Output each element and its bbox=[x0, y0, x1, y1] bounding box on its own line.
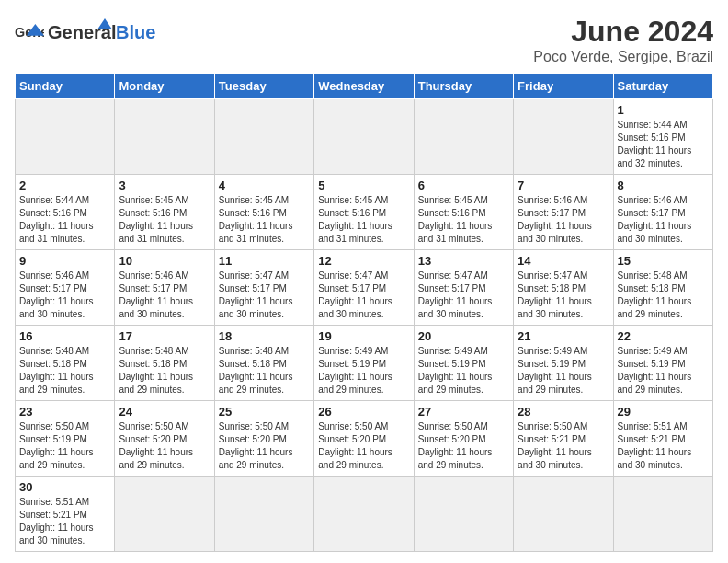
day-number: 30 bbox=[19, 480, 110, 494]
weekday-header-thursday: Thursday bbox=[414, 74, 513, 99]
calendar-week-row: 23Sunrise: 5:50 AMSunset: 5:19 PMDayligh… bbox=[16, 401, 713, 477]
calendar-cell: 12Sunrise: 5:47 AMSunset: 5:17 PMDayligh… bbox=[314, 250, 414, 326]
weekday-header-sunday: Sunday bbox=[16, 74, 115, 99]
month-title: June 2024 bbox=[533, 15, 713, 49]
day-info: Sunrise: 5:51 AMSunset: 5:21 PMDaylight:… bbox=[19, 496, 110, 547]
logo-icon: General bbox=[15, 22, 44, 48]
day-info: Sunrise: 5:50 AMSunset: 5:20 PMDaylight:… bbox=[219, 420, 310, 472]
calendar-cell: 29Sunrise: 5:51 AMSunset: 5:21 PMDayligh… bbox=[613, 401, 712, 477]
day-info: Sunrise: 5:46 AMSunset: 5:17 PMDaylight:… bbox=[618, 194, 709, 246]
calendar-table: SundayMondayTuesdayWednesdayThursdayFrid… bbox=[15, 73, 713, 552]
calendar-cell: 27Sunrise: 5:50 AMSunset: 5:20 PMDayligh… bbox=[414, 401, 513, 477]
logo: General General Blue bbox=[15, 15, 158, 55]
day-info: Sunrise: 5:49 AMSunset: 5:19 PMDaylight:… bbox=[318, 345, 409, 396]
day-number: 21 bbox=[518, 329, 609, 343]
calendar-cell: 8Sunrise: 5:46 AMSunset: 5:17 PMDaylight… bbox=[613, 175, 712, 250]
day-info: Sunrise: 5:47 AMSunset: 5:17 PMDaylight:… bbox=[418, 270, 509, 321]
day-info: Sunrise: 5:46 AMSunset: 5:17 PMDaylight:… bbox=[119, 270, 210, 321]
calendar-week-row: 16Sunrise: 5:48 AMSunset: 5:18 PMDayligh… bbox=[16, 326, 713, 401]
calendar-cell bbox=[414, 99, 513, 175]
day-number: 2 bbox=[19, 178, 110, 192]
day-number: 17 bbox=[119, 329, 210, 343]
calendar-cell: 6Sunrise: 5:45 AMSunset: 5:16 PMDaylight… bbox=[414, 175, 513, 250]
day-number: 18 bbox=[219, 329, 310, 343]
day-number: 25 bbox=[219, 405, 310, 419]
page-header: General General Blue June 2024 Poco Verd… bbox=[15, 15, 713, 65]
day-number: 27 bbox=[418, 405, 509, 419]
day-number: 14 bbox=[518, 254, 609, 268]
day-info: Sunrise: 5:45 AMSunset: 5:16 PMDaylight:… bbox=[418, 194, 509, 246]
calendar-week-row: 30Sunrise: 5:51 AMSunset: 5:21 PMDayligh… bbox=[16, 477, 713, 552]
calendar-cell: 1Sunrise: 5:44 AMSunset: 5:16 PMDaylight… bbox=[613, 99, 712, 175]
calendar-cell bbox=[16, 99, 115, 175]
day-number: 29 bbox=[618, 405, 709, 419]
calendar-cell: 3Sunrise: 5:45 AMSunset: 5:16 PMDaylight… bbox=[115, 175, 214, 250]
calendar-cell: 14Sunrise: 5:47 AMSunset: 5:18 PMDayligh… bbox=[514, 250, 613, 326]
calendar-cell: 18Sunrise: 5:48 AMSunset: 5:18 PMDayligh… bbox=[214, 326, 313, 401]
calendar-cell: 23Sunrise: 5:50 AMSunset: 5:19 PMDayligh… bbox=[16, 401, 115, 477]
day-info: Sunrise: 5:45 AMSunset: 5:16 PMDaylight:… bbox=[219, 194, 310, 246]
day-info: Sunrise: 5:44 AMSunset: 5:16 PMDaylight:… bbox=[618, 119, 709, 170]
day-info: Sunrise: 5:46 AMSunset: 5:17 PMDaylight:… bbox=[19, 270, 110, 321]
calendar-week-row: 9Sunrise: 5:46 AMSunset: 5:17 PMDaylight… bbox=[16, 250, 713, 326]
generalblue-logo: General Blue bbox=[48, 15, 158, 52]
calendar-cell: 19Sunrise: 5:49 AMSunset: 5:19 PMDayligh… bbox=[314, 326, 414, 401]
day-number: 12 bbox=[318, 254, 409, 268]
calendar-cell: 4Sunrise: 5:45 AMSunset: 5:16 PMDaylight… bbox=[214, 175, 313, 250]
day-number: 1 bbox=[618, 103, 709, 117]
calendar-cell: 20Sunrise: 5:49 AMSunset: 5:19 PMDayligh… bbox=[414, 326, 513, 401]
day-number: 9 bbox=[19, 254, 110, 268]
day-number: 20 bbox=[418, 329, 509, 343]
day-number: 26 bbox=[318, 405, 409, 419]
day-number: 19 bbox=[318, 329, 409, 343]
day-info: Sunrise: 5:50 AMSunset: 5:20 PMDaylight:… bbox=[119, 420, 210, 472]
day-info: Sunrise: 5:48 AMSunset: 5:18 PMDaylight:… bbox=[119, 345, 210, 396]
day-info: Sunrise: 5:49 AMSunset: 5:19 PMDaylight:… bbox=[618, 345, 709, 396]
day-number: 22 bbox=[618, 329, 709, 343]
day-info: Sunrise: 5:48 AMSunset: 5:18 PMDaylight:… bbox=[219, 345, 310, 396]
day-number: 5 bbox=[318, 178, 409, 192]
location-subtitle: Poco Verde, Sergipe, Brazil bbox=[533, 49, 713, 65]
calendar-cell bbox=[214, 99, 313, 175]
calendar-cell: 24Sunrise: 5:50 AMSunset: 5:20 PMDayligh… bbox=[115, 401, 214, 477]
day-number: 7 bbox=[518, 178, 609, 192]
calendar-cell: 26Sunrise: 5:50 AMSunset: 5:20 PMDayligh… bbox=[314, 401, 414, 477]
day-number: 11 bbox=[219, 254, 310, 268]
day-info: Sunrise: 5:47 AMSunset: 5:17 PMDaylight:… bbox=[219, 270, 310, 321]
day-number: 8 bbox=[618, 178, 709, 192]
day-number: 15 bbox=[618, 254, 709, 268]
calendar-cell: 28Sunrise: 5:50 AMSunset: 5:21 PMDayligh… bbox=[514, 401, 613, 477]
calendar-cell: 13Sunrise: 5:47 AMSunset: 5:17 PMDayligh… bbox=[414, 250, 513, 326]
calendar-cell bbox=[115, 99, 214, 175]
day-number: 24 bbox=[119, 405, 210, 419]
day-info: Sunrise: 5:49 AMSunset: 5:19 PMDaylight:… bbox=[518, 345, 609, 396]
day-info: Sunrise: 5:50 AMSunset: 5:20 PMDaylight:… bbox=[318, 420, 409, 472]
day-info: Sunrise: 5:47 AMSunset: 5:17 PMDaylight:… bbox=[318, 270, 409, 321]
day-info: Sunrise: 5:50 AMSunset: 5:19 PMDaylight:… bbox=[19, 420, 110, 472]
calendar-cell bbox=[314, 477, 414, 552]
day-number: 4 bbox=[219, 178, 310, 192]
calendar-cell: 16Sunrise: 5:48 AMSunset: 5:18 PMDayligh… bbox=[16, 326, 115, 401]
day-number: 13 bbox=[418, 254, 509, 268]
calendar-cell: 5Sunrise: 5:45 AMSunset: 5:16 PMDaylight… bbox=[314, 175, 414, 250]
calendar-cell bbox=[514, 477, 613, 552]
svg-text:Blue: Blue bbox=[116, 22, 155, 42]
calendar-cell: 30Sunrise: 5:51 AMSunset: 5:21 PMDayligh… bbox=[16, 477, 115, 552]
calendar-week-row: 1Sunrise: 5:44 AMSunset: 5:16 PMDaylight… bbox=[16, 99, 713, 175]
calendar-cell: 15Sunrise: 5:48 AMSunset: 5:18 PMDayligh… bbox=[613, 250, 712, 326]
title-block: June 2024 Poco Verde, Sergipe, Brazil bbox=[533, 15, 713, 65]
day-number: 16 bbox=[19, 329, 110, 343]
day-number: 28 bbox=[518, 405, 609, 419]
calendar-cell bbox=[414, 477, 513, 552]
day-number: 3 bbox=[119, 178, 210, 192]
day-info: Sunrise: 5:50 AMSunset: 5:21 PMDaylight:… bbox=[518, 420, 609, 472]
day-info: Sunrise: 5:49 AMSunset: 5:19 PMDaylight:… bbox=[418, 345, 509, 396]
day-number: 23 bbox=[19, 405, 110, 419]
calendar-cell: 17Sunrise: 5:48 AMSunset: 5:18 PMDayligh… bbox=[115, 326, 214, 401]
calendar-cell: 2Sunrise: 5:44 AMSunset: 5:16 PMDaylight… bbox=[16, 175, 115, 250]
weekday-header-tuesday: Tuesday bbox=[214, 74, 313, 99]
day-info: Sunrise: 5:45 AMSunset: 5:16 PMDaylight:… bbox=[119, 194, 210, 246]
calendar-cell: 25Sunrise: 5:50 AMSunset: 5:20 PMDayligh… bbox=[214, 401, 313, 477]
calendar-cell bbox=[314, 99, 414, 175]
day-info: Sunrise: 5:50 AMSunset: 5:20 PMDaylight:… bbox=[418, 420, 509, 472]
